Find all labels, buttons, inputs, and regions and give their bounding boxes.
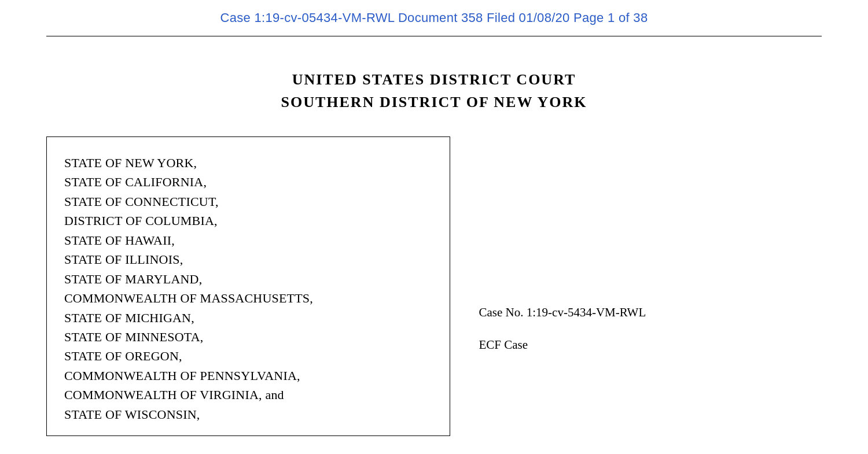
party-line: STATE OF NEW YORK, [64, 153, 432, 172]
party-line: STATE OF MICHIGAN, [64, 308, 432, 327]
party-line: DISTRICT OF COLUMBIA, [64, 211, 432, 230]
party-line: STATE OF MARYLAND, [64, 270, 432, 289]
court-title: UNITED STATES DISTRICT COURT SOUTHERN DI… [46, 68, 822, 113]
party-line: STATE OF MINNESOTA, [64, 327, 432, 346]
party-line: STATE OF CONNECTICUT, [64, 192, 432, 211]
party-line: STATE OF OREGON, [64, 346, 432, 366]
court-title-section: UNITED STATES DISTRICT COURT SOUTHERN DI… [46, 68, 822, 113]
party-line: STATE OF WISCONSIN, [64, 405, 432, 424]
party-line: STATE OF HAWAII, [64, 231, 432, 250]
caption-table: STATE OF NEW YORK,STATE OF CALIFORNIA,ST… [46, 136, 822, 436]
party-line: STATE OF ILLINOIS, [64, 250, 432, 269]
party-line: COMMONWEALTH OF MASSACHUSETTS, [64, 289, 432, 308]
page-container: Case 1:19-cv-05434-VM-RWL Document 358 F… [0, 0, 868, 454]
ecf-case: ECF Case [479, 338, 799, 352]
caption-left-column: STATE OF NEW YORK,STATE OF CALIFORNIA,ST… [47, 137, 450, 436]
case-number: Case No. 1:19-cv-5434-VM-RWL [479, 304, 799, 322]
court-title-line1: UNITED STATES DISTRICT COURT [46, 68, 822, 91]
case-header-text: Case 1:19-cv-05434-VM-RWL Document 358 F… [220, 10, 648, 25]
party-line: STATE OF CALIFORNIA, [64, 172, 432, 191]
court-title-line2: SOUTHERN DISTRICT OF NEW YORK [46, 91, 822, 113]
caption-right-column: Case No. 1:19-cv-5434-VM-RWL ECF Case [450, 137, 822, 436]
header-bar: Case 1:19-cv-05434-VM-RWL Document 358 F… [46, 0, 822, 36]
party-line: COMMONWEALTH OF PENNSYLVANIA, [64, 366, 432, 385]
party-line: COMMONWEALTH OF VIRGINIA, and [64, 385, 432, 404]
header-divider [46, 36, 822, 36]
